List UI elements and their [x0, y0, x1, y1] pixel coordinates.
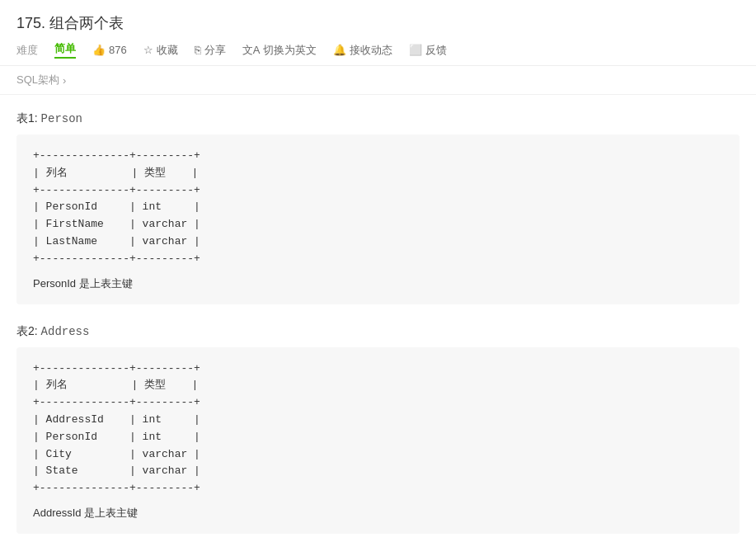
switch-language-button[interactable]: 文A 切换为英文 — [242, 43, 317, 58]
breadcrumb-arrow: › — [63, 74, 66, 87]
star-icon: ☆ — [143, 44, 153, 56]
table1-schema: +--------------+---------+ | 列名 | 类型 | +… — [33, 148, 723, 268]
table1-name: Person — [41, 112, 82, 125]
toolbar: 难度 简单 👍 876 ☆ 收藏 ⎘ 分享 文A 切换为英文 🔔 接收动态 ⬜ … — [16, 41, 740, 59]
table1-schema-block: +--------------+---------+ | 列名 | 类型 | +… — [16, 134, 740, 304]
bell-icon: 🔔 — [333, 44, 346, 56]
difficulty-label: 难度 — [16, 43, 38, 58]
content-area: 表1: Person +--------------+---------+ | … — [0, 95, 756, 542]
feedback-icon: ⬜ — [409, 44, 422, 56]
share-label: 分享 — [204, 43, 226, 58]
page-header: 175. 组合两个表 难度 简单 👍 876 ☆ 收藏 ⎘ 分享 文A 切换为英… — [0, 0, 756, 66]
feedback-label: 反馈 — [425, 43, 447, 58]
table1-primary-key: PersonId 是上表主键 — [33, 276, 723, 291]
like-button[interactable]: 👍 876 — [92, 44, 127, 56]
feedback-button[interactable]: ⬜ 反馈 — [409, 43, 447, 58]
breadcrumb-link[interactable]: SQL架构 — [16, 73, 59, 87]
switch-label: 切换为英文 — [263, 43, 317, 58]
bookmark-button[interactable]: ☆ 收藏 — [143, 43, 178, 58]
bookmark-label: 收藏 — [157, 43, 178, 58]
breadcrumb[interactable]: SQL架构 › — [0, 66, 756, 95]
thumb-icon: 👍 — [92, 44, 106, 56]
table2-schema-block: +--------------+---------+ | 列名 | 类型 | +… — [16, 347, 740, 534]
table2-schema: +--------------+---------+ | 列名 | 类型 | +… — [33, 361, 723, 497]
table2-label: 表2: Address — [16, 324, 740, 339]
table2-primary-key: AddressId 是上表主键 — [33, 506, 723, 521]
table2-name: Address — [41, 325, 90, 338]
notify-button[interactable]: 🔔 接收动态 — [333, 43, 392, 58]
table1-label: 表1: Person — [16, 111, 740, 126]
share-icon: ⎘ — [195, 44, 201, 56]
difficulty-value[interactable]: 简单 — [54, 41, 76, 59]
problem-title: 175. 组合两个表 — [16, 13, 740, 33]
translate-icon: 文A — [242, 43, 261, 58]
like-count: 876 — [109, 44, 127, 56]
notify-label: 接收动态 — [350, 43, 392, 58]
share-button[interactable]: ⎘ 分享 — [195, 43, 226, 58]
